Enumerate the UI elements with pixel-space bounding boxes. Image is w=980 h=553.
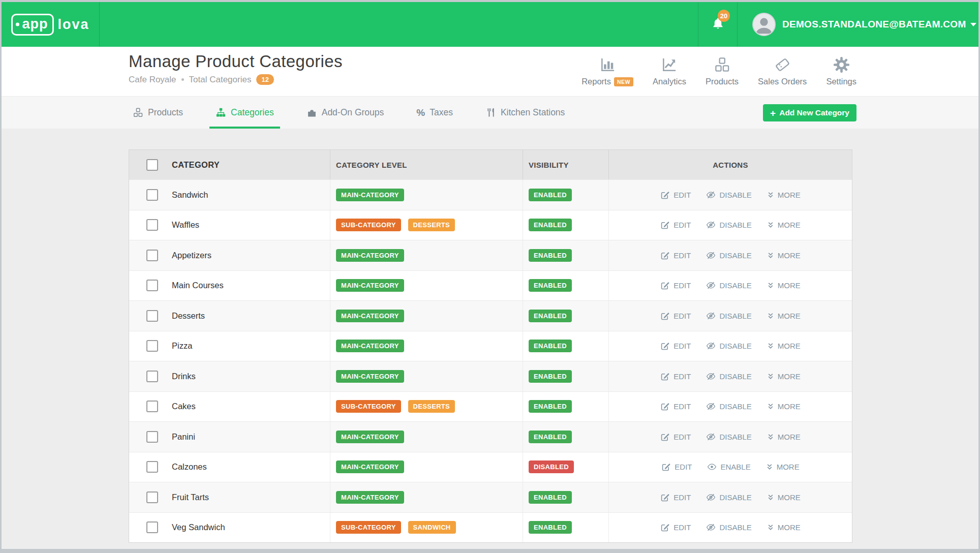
tab-add-on-groups[interactable]: Add-On Groups — [300, 97, 390, 129]
disable-action[interactable]: DISABLE — [706, 220, 751, 230]
action-label: MORE — [778, 433, 801, 441]
disable-action[interactable]: DISABLE — [706, 281, 751, 290]
applova-logo[interactable]: app lova — [2, 2, 100, 47]
logo-dot — [16, 23, 19, 26]
disable-action[interactable]: DISABLE — [706, 493, 751, 502]
row-checkbox[interactable] — [146, 310, 158, 322]
category-name: Cakes — [172, 402, 196, 411]
column-header-label: CATEGORY — [172, 160, 220, 170]
row-checkbox[interactable] — [146, 431, 158, 443]
nav-item-analytics[interactable]: Analytics — [653, 56, 686, 86]
tab-categories[interactable]: Categories — [209, 97, 280, 129]
more-action[interactable]: MORE — [767, 402, 801, 411]
table-row: PaniniMAIN-CATEGORYENABLEDEDITDISABLEMOR… — [129, 421, 852, 452]
visibility-badge: ENABLED — [529, 400, 572, 413]
category-cell: Appetizers — [129, 240, 330, 270]
tab-products[interactable]: Products — [127, 97, 189, 129]
action-label: DISABLE — [719, 372, 751, 381]
row-checkbox[interactable] — [146, 340, 158, 352]
edit-action[interactable]: EDIT — [660, 190, 691, 200]
table-row: DrinksMAIN-CATEGORYENABLEDEDITDISABLEMOR… — [129, 361, 852, 391]
nav-item-settings[interactable]: Settings — [826, 56, 856, 86]
actions-cell: EDITDISABLEMORE — [609, 180, 852, 210]
account-menu[interactable]: DEMOS.STANDALONE@BATEAM.COM — [738, 2, 978, 47]
category-level-badge: SUB-CATEGORY — [336, 219, 401, 231]
edit-action[interactable]: EDIT — [660, 311, 691, 321]
edit-action[interactable]: EDIT — [661, 462, 692, 472]
action-label: EDIT — [673, 191, 691, 199]
category-name: Main Courses — [172, 281, 224, 290]
actions-cell: EDITDISABLEMORE — [609, 210, 852, 240]
disable-action[interactable]: DISABLE — [706, 190, 751, 200]
disable-action[interactable]: DISABLE — [706, 402, 751, 411]
more-action[interactable]: MORE — [767, 221, 801, 229]
edit-action[interactable]: EDIT — [660, 523, 691, 532]
disable-action[interactable]: DISABLE — [706, 523, 751, 532]
category-cell: Pizza — [129, 331, 330, 361]
nav-item-sales-orders[interactable]: Sales Orders — [758, 56, 807, 86]
row-checkbox[interactable] — [146, 280, 158, 291]
nav-label: Reports — [581, 77, 611, 86]
tab-label: Add-On Groups — [322, 107, 384, 118]
edit-action[interactable]: EDIT — [660, 251, 691, 260]
eye-slash-icon — [706, 251, 716, 260]
edit-action[interactable]: EDIT — [660, 493, 691, 502]
row-checkbox[interactable] — [146, 219, 158, 231]
edit-icon — [660, 341, 670, 351]
tab-kitchen-stations[interactable]: Kitchen Stations — [479, 97, 571, 129]
header-nav: ReportsNEWAnalyticsProductsSales OrdersS… — [581, 47, 856, 96]
more-action[interactable]: MORE — [767, 433, 801, 441]
row-checkbox[interactable] — [146, 521, 158, 533]
tab-taxes[interactable]: %Taxes — [410, 97, 459, 129]
edit-action[interactable]: EDIT — [660, 220, 691, 230]
more-action[interactable]: MORE — [767, 493, 801, 502]
more-action[interactable]: MORE — [767, 191, 801, 199]
table-header-row: CATEGORYCATEGORY LEVELVISIBILITYACTIONS — [129, 150, 852, 179]
add-new-category-label: Add New Category — [779, 108, 849, 117]
notifications-button[interactable]: 20 — [698, 2, 738, 47]
visibility-cell: ENABLED — [523, 331, 609, 361]
row-checkbox[interactable] — [146, 491, 158, 503]
more-action[interactable]: MORE — [766, 463, 800, 471]
action-label: MORE — [777, 463, 800, 471]
category-cell: Desserts — [129, 301, 330, 331]
select-all-checkbox[interactable] — [146, 159, 158, 171]
row-checkbox[interactable] — [146, 461, 158, 473]
disable-action[interactable]: DISABLE — [706, 372, 751, 381]
visibility-badge: ENABLED — [529, 219, 572, 231]
topbar-spacer — [100, 2, 698, 47]
row-checkbox[interactable] — [146, 189, 158, 201]
edit-action[interactable]: EDIT — [660, 372, 691, 381]
row-checkbox[interactable] — [146, 401, 158, 412]
visibility-badge: ENABLED — [529, 189, 572, 201]
category-name: Waffles — [172, 220, 199, 230]
visibility-badge: ENABLED — [529, 370, 572, 383]
more-action[interactable]: MORE — [767, 312, 801, 320]
category-level-badge: SUB-CATEGORY — [336, 400, 401, 413]
visibility-badge: ENABLED — [529, 310, 572, 322]
action-label: EDIT — [673, 342, 691, 350]
nav-item-reports[interactable]: ReportsNEW — [581, 56, 633, 86]
row-checkbox[interactable] — [146, 250, 158, 261]
edit-action[interactable]: EDIT — [660, 432, 691, 442]
add-new-category-button[interactable]: + Add New Category — [763, 104, 856, 121]
more-action[interactable]: MORE — [767, 372, 801, 381]
disable-action[interactable]: DISABLE — [706, 341, 751, 351]
disable-action[interactable]: DISABLE — [706, 251, 751, 260]
category-level-badge: MAIN-CATEGORY — [336, 340, 404, 352]
enable-action[interactable]: ENABLE — [707, 462, 750, 472]
more-icon — [767, 191, 774, 199]
disable-action[interactable]: DISABLE — [706, 432, 751, 442]
edit-action[interactable]: EDIT — [660, 281, 691, 290]
edit-action[interactable]: EDIT — [660, 402, 691, 411]
edit-action[interactable]: EDIT — [660, 341, 691, 351]
disable-action[interactable]: DISABLE — [706, 311, 751, 321]
more-action[interactable]: MORE — [767, 523, 801, 532]
more-action[interactable]: MORE — [767, 281, 801, 290]
more-action[interactable]: MORE — [767, 342, 801, 350]
category-name: Fruit Tarts — [172, 493, 209, 502]
nav-item-products[interactable]: Products — [706, 56, 739, 86]
new-badge: NEW — [614, 77, 633, 86]
row-checkbox[interactable] — [146, 371, 158, 382]
more-action[interactable]: MORE — [767, 251, 801, 260]
